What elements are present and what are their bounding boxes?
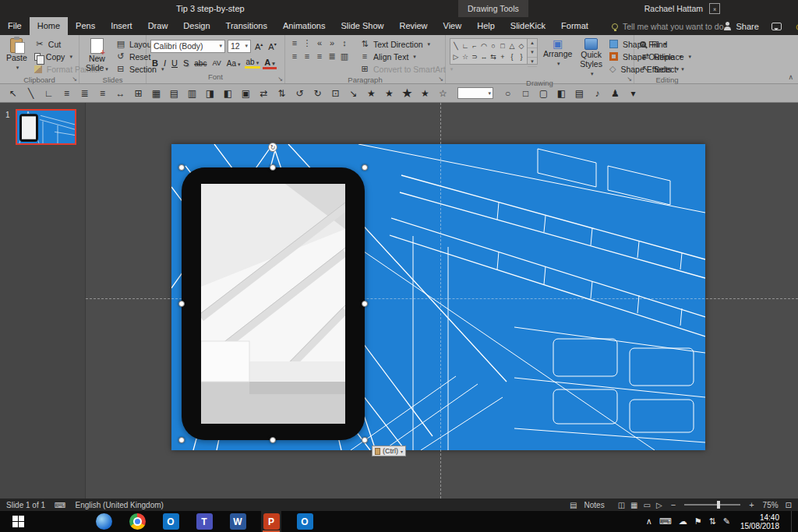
font-size-combo[interactable]: 12: [228, 40, 251, 53]
signed-in-user[interactable]: Rachael Hattam: [644, 0, 703, 17]
italic-button[interactable]: I: [162, 58, 168, 68]
teams[interactable]: T: [194, 511, 214, 532]
paragraph-dialog-launcher[interactable]: [438, 76, 443, 83]
shape-icon[interactable]: {: [507, 51, 517, 62]
tab-view[interactable]: View: [436, 17, 470, 35]
distribute-icon[interactable]: ↔: [112, 85, 129, 102]
star-large-icon[interactable]: ★: [399, 85, 415, 102]
line-spacing-icon[interactable]: ↕: [339, 38, 350, 48]
rows-icon[interactable]: ▤: [166, 85, 182, 102]
tab-format[interactable]: Format: [553, 17, 596, 35]
font-dialog-launcher[interactable]: [277, 76, 283, 83]
align-left-icon[interactable]: ≡: [289, 51, 300, 62]
flip-horizontal-icon[interactable]: ⇄: [256, 85, 272, 102]
select-tool-icon[interactable]: ↖: [5, 85, 21, 102]
tab-file[interactable]: File: [0, 17, 30, 35]
convert-to-smartart-button[interactable]: ⊞Convert to SmartArt: [358, 63, 454, 75]
chrome[interactable]: [127, 511, 147, 532]
table-icon[interactable]: ▦: [148, 85, 164, 102]
select-button[interactable]: ↖Select: [638, 63, 693, 75]
align-left-objects-icon[interactable]: ≡: [58, 85, 75, 102]
tab-review[interactable]: Review: [391, 17, 435, 35]
word[interactable]: W: [228, 511, 248, 532]
paste-button[interactable]: Paste: [4, 38, 30, 72]
font-name-combo[interactable]: Calibri (Body): [150, 40, 225, 53]
arrange-button[interactable]: ▣ Arrange: [541, 38, 574, 68]
rotation-handle[interactable]: ↻: [268, 143, 277, 152]
shape-icon[interactable]: □: [498, 41, 507, 51]
shape-icon[interactable]: ○: [489, 41, 498, 51]
shape-icon[interactable]: ╲: [451, 41, 461, 51]
tab-animations[interactable]: Animations: [275, 17, 333, 35]
shape-icon[interactable]: }: [517, 51, 526, 62]
collapse-ribbon-button[interactable]: ∧: [788, 73, 793, 81]
columns-icon[interactable]: ▥: [184, 85, 200, 102]
selection-handle-middle-right[interactable]: [362, 301, 368, 307]
feedback-smiley-icon[interactable]: ☺: [794, 21, 798, 32]
bullets-icon[interactable]: ≡: [289, 38, 300, 48]
qat-combo-box[interactable]: [457, 87, 493, 99]
network-icon[interactable]: ⇅: [709, 516, 716, 527]
shape-icon[interactable]: ◠: [479, 41, 489, 51]
shape-icon[interactable]: ☆: [461, 51, 470, 62]
replace-button[interactable]: ⇄Replace: [638, 51, 693, 62]
line-tool-icon[interactable]: ╲: [23, 85, 39, 102]
align-text-button[interactable]: ≡Align Text: [358, 51, 454, 62]
strikethrough-button[interactable]: abc: [192, 59, 208, 68]
align-right-icon[interactable]: ≡: [314, 51, 325, 62]
search[interactable]: [94, 511, 114, 532]
group-icon[interactable]: ▣: [238, 85, 254, 102]
tab-slide-show[interactable]: Slide Show: [333, 17, 391, 35]
comments-icon[interactable]: [772, 23, 782, 30]
grid-icon[interactable]: ⊞: [130, 85, 147, 102]
flag-icon[interactable]: ⚑: [694, 516, 702, 527]
shape-icon[interactable]: ⊃: [470, 51, 479, 62]
numbering-icon[interactable]: ⋮: [302, 38, 312, 48]
selection-handle-top-center[interactable]: [270, 164, 276, 171]
pen-icon[interactable]: ✎: [723, 516, 730, 527]
share-button[interactable]: Share: [723, 22, 758, 31]
star-icon[interactable]: ★: [381, 85, 397, 102]
underline-button[interactable]: U: [170, 58, 179, 68]
columns-icon[interactable]: ▥: [339, 51, 350, 62]
keyboard-icon[interactable]: ⌨: [659, 516, 672, 527]
zoom-out-button[interactable]: −: [669, 500, 677, 509]
slide-thumbnail[interactable]: [16, 109, 76, 145]
selection-handle-middle-left[interactable]: [178, 301, 185, 307]
character-spacing-button[interactable]: AV: [210, 59, 222, 67]
vertical-guide[interactable]: [440, 103, 441, 499]
shape-icon[interactable]: ⌐: [470, 41, 479, 51]
quick-styles-button[interactable]: Quick Styles: [577, 38, 605, 78]
zoom-in-button[interactable]: +: [747, 500, 755, 509]
shape-icon[interactable]: ⇆: [489, 51, 498, 62]
slide-editing-canvas[interactable]: ↻ (Ctrl): [86, 103, 798, 499]
increase-indent-icon[interactable]: »: [327, 38, 337, 48]
decrease-indent-icon[interactable]: «: [314, 38, 325, 48]
tab-draw[interactable]: Draw: [140, 17, 176, 35]
flip-vertical-icon[interactable]: ⇅: [274, 85, 290, 102]
show-desktop-button[interactable]: [791, 511, 795, 532]
find-button[interactable]: Find: [638, 38, 693, 50]
normal-view-icon[interactable]: ◫: [618, 501, 625, 509]
language-indicator[interactable]: English (United Kingdom): [75, 501, 163, 509]
star-icon[interactable]: ★: [417, 85, 433, 102]
resize-icon[interactable]: ↘: [345, 85, 362, 102]
rotate-left-icon[interactable]: ↺: [291, 85, 308, 102]
shrink-font-button[interactable]: A: [267, 41, 277, 51]
notes-toggle[interactable]: Notes: [584, 501, 605, 509]
slide-sorter-icon[interactable]: ▦: [630, 501, 637, 509]
show-hidden-icons[interactable]: ∧: [646, 516, 652, 527]
tab-help[interactable]: Help: [469, 17, 503, 35]
shape-icon[interactable]: △: [507, 41, 517, 51]
justify-icon[interactable]: ≣: [327, 51, 337, 62]
slideshow-icon[interactable]: ▷: [656, 501, 662, 509]
tab-pens[interactable]: Pens: [68, 17, 103, 35]
change-case-button[interactable]: Aa: [225, 59, 242, 68]
tab-transitions[interactable]: Transitions: [218, 17, 275, 35]
selection-handle-bottom-right[interactable]: [362, 437, 368, 443]
reading-view-icon[interactable]: ▭: [644, 501, 651, 509]
fit-to-window-icon[interactable]: ⊡: [786, 501, 792, 509]
zoom-slider-thumb[interactable]: [717, 501, 720, 509]
shape-icon[interactable]: ▷: [451, 51, 461, 62]
ribbon-display-options-icon[interactable]: ⌅: [709, 3, 720, 14]
